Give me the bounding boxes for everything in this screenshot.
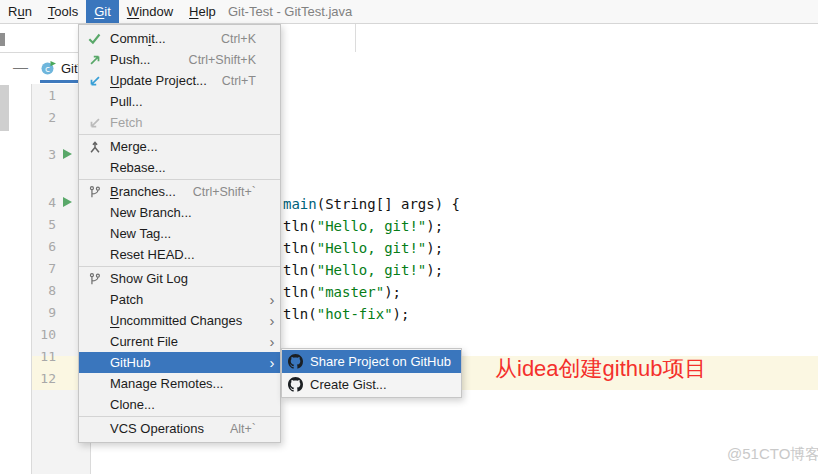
menu-item-update-project[interactable]: Update Project...Ctrl+T (79, 70, 280, 91)
line-number: 9 (34, 305, 56, 321)
code-segment-string: "Hello, git!" (317, 240, 427, 256)
code-line: tln("hot-fix"); (283, 304, 409, 324)
menu-item-github[interactable]: GitHub› (79, 352, 280, 373)
menubar-item-help[interactable]: Help (181, 0, 224, 23)
menu-item-commit[interactable]: Commit...Ctrl+K (79, 28, 280, 49)
menu-item-label: Branches... (110, 184, 193, 199)
menu-item-shortcut: Alt+` (230, 422, 256, 436)
menu-item-current-file[interactable]: Current File› (79, 331, 280, 352)
menu-item-shortcut: Ctrl+Shift+` (193, 185, 256, 199)
code-segment-string: "Hello, git!" (317, 262, 427, 278)
code-segment-method: main (283, 196, 317, 212)
menubar-item-tools[interactable]: Tools (40, 0, 86, 23)
splitter-collapse-icon[interactable]: — (13, 58, 28, 75)
menu-item-vcs-operations[interactable]: VCS OperationsAlt+` (79, 418, 280, 439)
menu-item-uncommitted-changes[interactable]: Uncommitted Changes› (79, 310, 280, 331)
submenu-item-create-gist[interactable]: Create Gist... (282, 373, 461, 396)
code-segment-plain: ); (384, 284, 401, 300)
menu-item-label: Merge... (110, 139, 266, 154)
menu-item-label: Uncommitted Changes (110, 313, 266, 328)
code-segment-plain: ); (426, 240, 443, 256)
menu-item-label: Update Project... (110, 73, 222, 88)
menu-item-label: VCS Operations (110, 421, 230, 436)
menu-item-merge[interactable]: Merge... (79, 136, 280, 157)
github-submenu: Share Project on GitHubCreate Gist... (281, 348, 462, 398)
menubar-item-run[interactable]: Run (0, 0, 40, 23)
menu-item-new-branch[interactable]: New Branch... (79, 202, 280, 223)
code-segment-string: "master" (317, 284, 384, 300)
menubar: RunToolsGitWindowHelp Git-Test - GitTest… (0, 0, 818, 24)
menu-item-label: Show Git Log (110, 271, 266, 286)
menu-item-label: Current File (110, 334, 266, 349)
menu-item-shortcut: Ctrl+T (222, 74, 256, 88)
submenu-item-label: Create Gist... (310, 377, 387, 392)
submenu-chevron-icon: › (266, 334, 278, 349)
menu-item-label: GitHub (110, 355, 266, 370)
run-gutter-icon[interactable] (63, 197, 72, 207)
menu-separator (79, 179, 280, 180)
code-segment-string: "Hello, git!" (317, 218, 427, 234)
code-segment-string: "hot-fix" (317, 306, 393, 322)
submenu-chevron-icon: › (266, 292, 278, 307)
submenu-chevron-icon: › (266, 355, 278, 370)
menu-item-label: New Branch... (110, 205, 266, 220)
line-number: 7 (34, 261, 56, 277)
code-segment-plain: ); (426, 262, 443, 278)
menu-item-show-git-log[interactable]: Show Git Log (79, 268, 280, 289)
menubar-item-git[interactable]: Git (86, 0, 119, 23)
line-number: 3 (34, 147, 56, 163)
line-number: 8 (34, 283, 56, 299)
menu-item-patch[interactable]: Patch› (79, 289, 280, 310)
menu-item-rebase[interactable]: Rebase... (79, 157, 280, 178)
menu-item-label: Push... (110, 52, 189, 67)
code-segment-plain: tln( (283, 284, 317, 300)
menu-item-label: Reset HEAD... (110, 247, 266, 262)
panel-scrollbar[interactable] (0, 85, 9, 131)
branch-icon (86, 185, 103, 199)
menu-item-label: Rebase... (110, 160, 266, 175)
line-number: 5 (34, 217, 56, 233)
code-segment-plain: tln( (283, 306, 317, 322)
github-icon (288, 354, 304, 369)
code-line: tln("Hello, git!"); (283, 260, 443, 280)
line-number: 11 (34, 349, 56, 365)
menu-separator (79, 416, 280, 417)
menu-item-branches[interactable]: Branches...Ctrl+Shift+` (79, 181, 280, 202)
git-menu-dropdown: Commit...Ctrl+KPush...Ctrl+Shift+KUpdate… (78, 24, 281, 443)
code-line: main(String[] args) { (283, 194, 460, 214)
navbar-fragment (0, 33, 5, 46)
menu-item-manage-remotes[interactable]: Manage Remotes... (79, 373, 280, 394)
menu-item-fetch[interactable]: Fetch (79, 112, 280, 133)
navbar-divider (0, 52, 78, 53)
menu-item-pull[interactable]: Pull... (79, 91, 280, 112)
menu-separator (79, 134, 280, 135)
menu-item-clone[interactable]: Clone... (79, 394, 280, 415)
menu-item-label: New Tag... (110, 226, 266, 241)
menu-separator (79, 266, 280, 267)
menu-item-label: Commit... (110, 31, 221, 46)
commit-check-icon (86, 31, 103, 46)
run-gutter-icon[interactable] (63, 149, 72, 159)
code-line: tln("Hello, git!"); (283, 238, 443, 258)
submenu-item-label: Share Project on GitHub (310, 354, 451, 369)
update-arrow-icon (86, 74, 103, 88)
menu-item-label: Manage Remotes... (110, 376, 266, 391)
window-title: Git-Test - GitTest.java (228, 0, 352, 23)
menu-item-reset-head[interactable]: Reset HEAD... (79, 244, 280, 265)
line-number: 4 (34, 195, 56, 211)
code-segment-plain: (String[] args) { (317, 196, 460, 212)
menu-item-label: Patch (110, 292, 266, 307)
menu-item-label: Pull... (110, 94, 266, 109)
line-number: 6 (34, 239, 56, 255)
menubar-items: RunToolsGitWindowHelp (0, 0, 224, 23)
code-segment-plain: tln( (283, 218, 317, 234)
merge-icon (86, 140, 103, 154)
menubar-item-window[interactable]: Window (119, 0, 181, 23)
code-line: tln("master"); (283, 282, 401, 302)
github-icon (288, 377, 304, 392)
line-number: 10 (34, 327, 56, 343)
menu-item-new-tag[interactable]: New Tag... (79, 223, 280, 244)
menu-item-push[interactable]: Push...Ctrl+Shift+K (79, 49, 280, 70)
project-panel-divider[interactable] (31, 84, 32, 474)
submenu-item-share-project-on-github[interactable]: Share Project on GitHub (282, 350, 461, 373)
